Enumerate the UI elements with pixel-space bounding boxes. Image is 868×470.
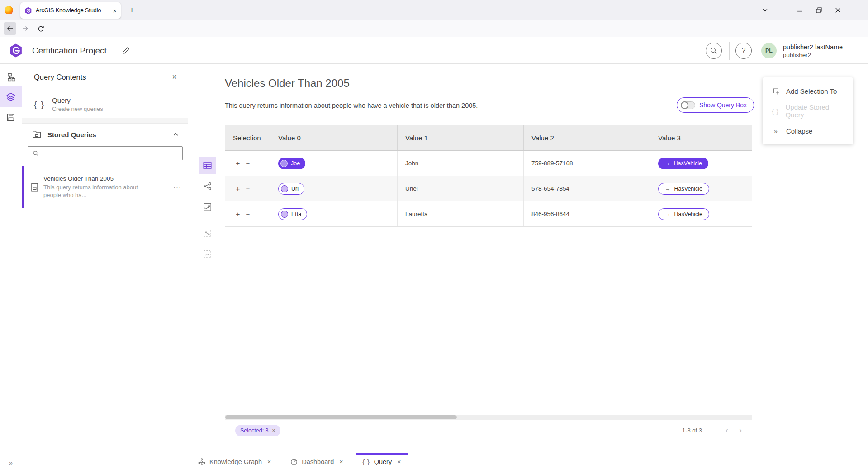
rail-item-contents[interactable] (0, 86, 22, 107)
entity-dot-icon (281, 185, 288, 192)
tab-knowledge-graph[interactable]: Knowledge Graph × (191, 453, 278, 470)
page-title: Vehicles Older Than 2005 (225, 77, 350, 90)
more-options-icon[interactable]: ··· (173, 183, 181, 191)
link-chart-view-button[interactable] (199, 178, 216, 195)
stored-queries-folder-icon (32, 130, 41, 139)
firefox-icon[interactable] (5, 6, 13, 14)
avatar[interactable]: PL (761, 43, 777, 58)
selected-count-badge[interactable]: Selected: 3 × (235, 425, 280, 436)
window-close-button[interactable] (830, 3, 845, 17)
new-link-chart-from-selection-button[interactable] (199, 225, 216, 242)
rail-item-data-model[interactable] (0, 67, 22, 87)
tab-close-icon[interactable]: × (339, 458, 343, 465)
add-selection-icon (772, 87, 780, 95)
menu-item-label: Collapse (786, 127, 812, 135)
cell-value: Uriel (398, 176, 524, 201)
pagination-label: 1-3 of 3 (682, 427, 702, 434)
menu-item-update-stored-query[interactable]: { } Update Stored Query (763, 101, 853, 121)
map-view-button[interactable] (199, 199, 216, 216)
help-button[interactable]: ? (735, 43, 752, 59)
entity-dot-icon (280, 160, 288, 167)
remove-from-selection-button[interactable]: − (243, 185, 253, 192)
window-restore-button[interactable] (811, 3, 826, 17)
remove-from-selection-button[interactable]: − (243, 159, 253, 167)
table-footer: Selected: 3 × 1-3 of 3 ‹ › (225, 420, 752, 441)
tab-list-chevron-icon[interactable] (757, 3, 773, 17)
left-rail: » (0, 64, 22, 470)
menu-item-label: Update Stored Query (785, 103, 844, 119)
new-map-from-selection-button[interactable] (199, 246, 216, 263)
previous-page-icon[interactable]: ‹ (726, 426, 728, 435)
relationship-chip[interactable]: →HasVehicle (658, 208, 709, 220)
stored-queries-search[interactable] (28, 146, 183, 160)
browser-nav-bar: https://dev0028833.esri.com/portal/apps/… (0, 20, 868, 37)
search-input[interactable] (43, 150, 178, 157)
search-icon (710, 47, 717, 54)
cell-value: Lauretta (398, 201, 524, 226)
show-query-box-toggle[interactable]: Show Query Box (677, 97, 754, 113)
table-row: + − Etta Lauretta 846-956-8644 →HasVehic… (225, 201, 752, 227)
toggle-switch[interactable] (681, 101, 695, 109)
add-to-selection-button[interactable]: + (233, 185, 243, 192)
user-menu[interactable]: publisher2 lastName publisher2 (783, 43, 843, 58)
query-item-title: Query (52, 96, 103, 104)
show-query-box-label: Show Query Box (699, 101, 747, 109)
browser-tab-bar: ArcGIS Knowledge Studio × + (0, 0, 868, 20)
horizontal-scrollbar[interactable] (225, 415, 752, 420)
entity-chip[interactable]: Uri (278, 183, 304, 195)
reload-button[interactable] (34, 22, 47, 35)
add-to-selection-button[interactable]: + (233, 159, 243, 167)
stored-queries-title: Stored Queries (47, 131, 166, 139)
header-divider (729, 42, 730, 60)
window-minimize-button[interactable] (792, 3, 807, 17)
tab-label: Query (374, 458, 392, 465)
stored-query-doc-icon (30, 183, 39, 192)
new-query-item[interactable]: { } Query Create new queries (22, 91, 188, 118)
tab-label: Dashboard (302, 458, 334, 465)
arrow-right-icon: → (665, 186, 671, 192)
menu-item-collapse[interactable]: » Collapse (763, 121, 853, 141)
tab-dashboard[interactable]: Dashboard × (284, 453, 350, 470)
stored-queries-header[interactable]: Stored Queries (22, 124, 188, 145)
tab-close-icon[interactable]: × (267, 458, 271, 465)
arrow-right-icon: → (665, 211, 671, 217)
question-icon: ? (742, 47, 746, 55)
scrollbar-thumb[interactable] (225, 415, 457, 419)
next-page-icon[interactable]: › (739, 426, 742, 435)
entity-chip[interactable]: Joe (278, 158, 305, 169)
app-logo[interactable] (9, 43, 23, 58)
double-chevron-icon: » (772, 127, 780, 135)
layers-icon (6, 92, 15, 101)
table-empty-area (225, 227, 752, 415)
column-header: Value 1 (398, 125, 524, 150)
selection-context-menu: Add Selection To { } Update Stored Query… (763, 77, 853, 144)
table-row: + − Uri Uriel 578-654-7854 →HasVehicle (225, 176, 752, 201)
cell-value: 846-956-8644 (524, 201, 650, 226)
back-button[interactable] (4, 22, 16, 35)
menu-item-add-selection-to[interactable]: Add Selection To (763, 81, 853, 101)
table-view-button[interactable] (199, 157, 216, 174)
rail-item-save[interactable] (0, 107, 22, 127)
browser-tab[interactable]: ArcGIS Knowledge Studio × (20, 2, 121, 19)
clear-selection-icon[interactable]: × (272, 427, 275, 434)
arcgis-favicon (24, 7, 32, 14)
relationship-chip[interactable]: →HasVehicle (658, 183, 709, 195)
entity-chip[interactable]: Etta (278, 208, 307, 220)
forward-button[interactable] (19, 22, 32, 35)
tab-close-icon[interactable]: × (113, 7, 117, 14)
expand-rail-button[interactable]: » (0, 459, 22, 466)
relationship-chip[interactable]: →HasVehicle (658, 158, 708, 169)
tab-query[interactable]: { } Query × (356, 453, 408, 470)
selection-link-chart-icon (203, 229, 212, 238)
tab-close-icon[interactable]: × (397, 458, 401, 465)
knowledge-graph-icon (198, 458, 205, 465)
tab-title: ArcGIS Knowledge Studio (36, 7, 109, 14)
edit-pencil-icon[interactable] (122, 47, 130, 54)
new-tab-button[interactable]: + (129, 5, 134, 14)
remove-from-selection-button[interactable]: − (243, 210, 253, 218)
stored-query-item[interactable]: Vehicles Older Than 2005 This query retu… (22, 166, 188, 208)
panel-close-icon[interactable]: × (172, 72, 177, 82)
collapse-chevron-icon[interactable] (173, 132, 179, 138)
search-button[interactable] (706, 43, 722, 59)
add-to-selection-button[interactable]: + (233, 210, 243, 218)
